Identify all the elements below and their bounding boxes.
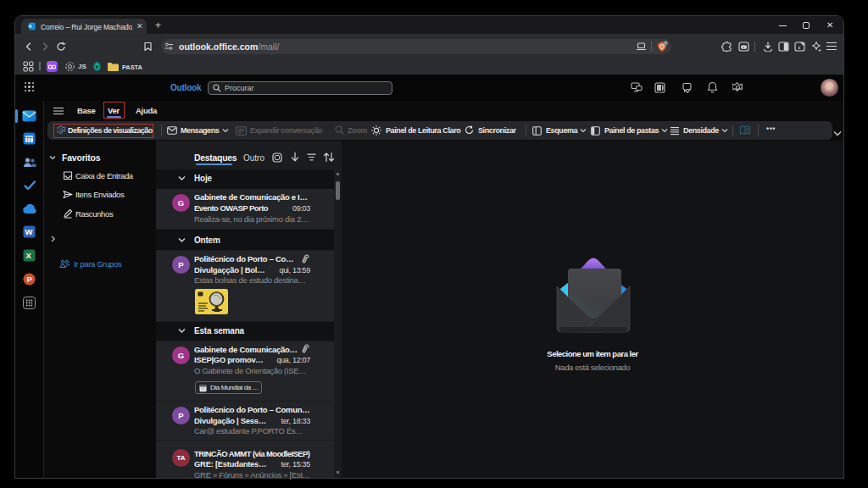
svg-text:W: W (25, 227, 33, 236)
svg-text:X: X (26, 251, 32, 260)
svg-text:a: a (798, 46, 801, 50)
svg-text:a: a (743, 46, 744, 49)
svg-text:P: P (27, 274, 33, 284)
